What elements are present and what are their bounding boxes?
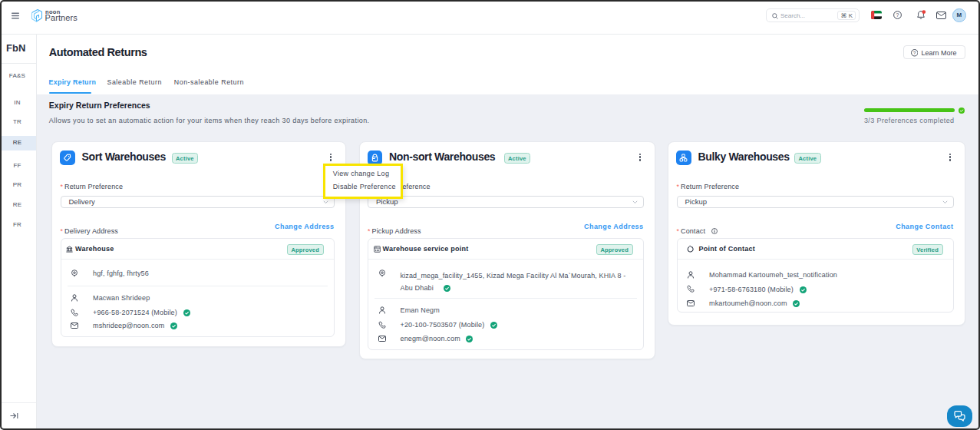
svg-text:?: ? — [913, 51, 916, 55]
svg-text:?: ? — [896, 12, 899, 18]
